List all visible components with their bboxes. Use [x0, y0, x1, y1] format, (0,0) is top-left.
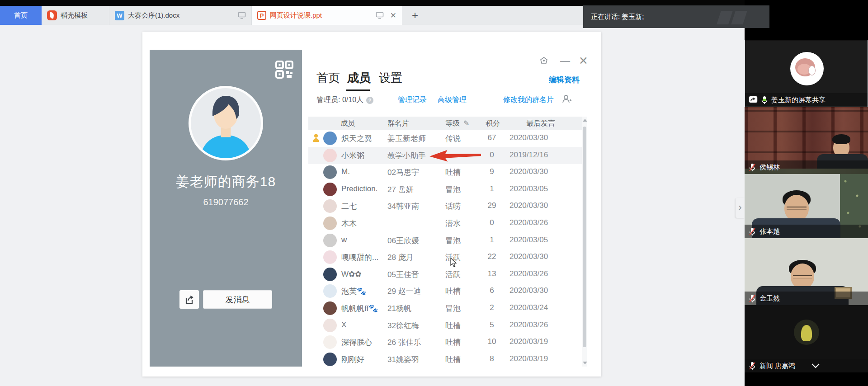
- participant-tile[interactable]: 新闻 唐嘉鸿: [745, 305, 868, 372]
- table-row[interactable]: Prediction. 27 岳妍 冒泡 1 2020/03/05: [308, 181, 582, 198]
- member-points: 5: [482, 320, 501, 330]
- member-avatar: [323, 234, 337, 247]
- member-points: 9: [482, 167, 501, 176]
- table-row[interactable]: w 06王欣媛 冒泡 1 2020/03/05: [308, 232, 582, 249]
- member-last-post: 2020/03/19: [509, 337, 564, 346]
- participant-tile[interactable]: 金玉然: [745, 238, 868, 305]
- table-row[interactable]: 小米粥 教学小助手 0 2019/12/16: [308, 147, 582, 164]
- member-points: 8: [482, 354, 501, 363]
- participant-tile[interactable]: 侯锡林: [745, 107, 868, 174]
- tab-docer-templates[interactable]: 稻壳模板: [42, 6, 109, 25]
- qr-code-icon[interactable]: [275, 60, 294, 79]
- participant-tile-screenshare[interactable]: 姜玉新的屏幕共享: [745, 40, 868, 107]
- close-icon[interactable]: ✕: [579, 54, 588, 67]
- table-row[interactable]: X 32徐红梅 吐槽 5 2020/03/26: [308, 317, 582, 334]
- panel-tab-settings[interactable]: 设置: [379, 70, 402, 86]
- table-row[interactable]: 木木 潜水 0 2020/03/26: [308, 215, 582, 232]
- table-row[interactable]: 泡芙🐾 29 赵一迪 吐槽 6 2020/03/30: [308, 282, 582, 300]
- member-card-name: 32徐红梅: [387, 320, 443, 331]
- edit-level-pencil-icon[interactable]: ✎: [463, 119, 469, 127]
- admin-records-link[interactable]: 管理记录: [398, 95, 427, 105]
- panel-tab-home[interactable]: 首页: [316, 70, 340, 86]
- appearance-icon[interactable]: [539, 56, 548, 66]
- panel-tab-members[interactable]: 成员: [347, 70, 371, 86]
- participant-label: 张本越: [745, 225, 868, 238]
- person-add-icon[interactable]: [562, 94, 572, 104]
- member-level: 吐槽: [445, 320, 477, 331]
- member-name: 炽天之翼: [341, 133, 387, 144]
- chevron-down-icon[interactable]: [811, 363, 820, 368]
- member-level: 话唠: [445, 201, 477, 212]
- admin-label: 管理员: 0/10人: [316, 95, 363, 105]
- member-last-post: 2020/03/19: [509, 354, 564, 363]
- advanced-manage-link[interactable]: 高级管理: [438, 95, 467, 105]
- tab-ppt-active[interactable]: P 网页设计说课.ppt ✕: [252, 6, 402, 25]
- member-last-post: 2020/03/30: [509, 133, 564, 142]
- table-row[interactable]: 帆帆帆ff🐾 21杨帆 冒泡 2 2020/03/24: [308, 300, 582, 317]
- member-name: 二七: [341, 201, 387, 212]
- participant-name: 侯锡林: [760, 163, 780, 172]
- member-level: 吐槽: [445, 337, 477, 348]
- member-points: 1: [482, 184, 501, 193]
- participant-avatar: [790, 52, 824, 85]
- member-avatar: [323, 217, 337, 230]
- member-points: 1: [482, 235, 501, 245]
- scroll-down-icon[interactable]: [583, 362, 587, 364]
- writer-w-icon: W: [115, 11, 124, 20]
- member-panel: — ✕ 首页 成员 设置 编辑资料 管理员: 0/10人 ? 管理记录 高级管理…: [308, 50, 587, 367]
- member-level: 传说: [445, 133, 477, 144]
- send-message-button[interactable]: 发消息: [203, 290, 272, 309]
- member-avatar: [323, 284, 337, 298]
- member-card-name: 02马思宇: [387, 167, 443, 178]
- member-avatar: [323, 335, 337, 349]
- member-name: X: [341, 320, 387, 330]
- edit-profile-link[interactable]: 编辑资料: [549, 75, 580, 85]
- member-level: 冒泡: [445, 184, 477, 195]
- table-row[interactable]: 嘎嘎甜的... 28 庞月 活跃 22 2020/03/30: [308, 249, 582, 266]
- scroll-up-icon[interactable]: [583, 119, 587, 122]
- monitor-icon: [376, 12, 384, 19]
- member-card-name: 28 庞月: [387, 252, 443, 263]
- member-last-post: 2019/12/16: [509, 151, 564, 160]
- member-last-post: 2020/03/30: [509, 201, 564, 210]
- tab-docx-document[interactable]: W 大赛会序(1).docx: [109, 6, 252, 25]
- table-row[interactable]: 深得朕心 26 张佳乐 吐槽 10 2020/03/19: [308, 334, 582, 351]
- scrollbar-thumb[interactable]: [583, 127, 586, 347]
- member-card-name: 26 张佳乐: [387, 337, 443, 348]
- participant-label: 姜玉新的屏幕共享: [745, 93, 868, 107]
- participant-label: 新闻 唐嘉鸿: [745, 359, 868, 372]
- close-tab-icon[interactable]: ✕: [387, 11, 396, 20]
- minimize-icon[interactable]: —: [560, 55, 570, 67]
- person-avatar-icon: [191, 88, 261, 158]
- watermark-logo: [731, 11, 747, 24]
- member-name: 刚刚好: [341, 354, 387, 365]
- share-button[interactable]: [179, 290, 199, 309]
- member-avatar: [323, 199, 337, 213]
- member-last-post: 2020/03/26: [509, 269, 564, 278]
- participant-tile[interactable]: 张本越: [745, 174, 868, 238]
- member-name: 泡芙🐾: [341, 286, 387, 297]
- member-card-name: 06王欣媛: [387, 235, 443, 246]
- table-row[interactable]: 刚刚好 31姚姿羽 吐槽 8 2020/03/19: [308, 351, 582, 367]
- member-last-post: 2020/03/05: [509, 235, 564, 245]
- table-row[interactable]: W✿✿ 05王佳音 活跃 13 2020/03/26: [308, 266, 582, 283]
- member-name: 嘎嘎甜的...: [341, 252, 387, 263]
- new-tab-button[interactable]: +: [405, 6, 425, 25]
- help-icon[interactable]: ?: [366, 97, 373, 104]
- participants-sidebar: 姜玉新的屏幕共享 侯锡林: [745, 0, 868, 386]
- participant-label: 侯锡林: [745, 160, 868, 174]
- tab-home[interactable]: 首页: [0, 6, 42, 25]
- table-row[interactable]: M. 02马思宇 吐槽 9 2020/03/30: [308, 164, 582, 181]
- member-card-name: 31姚姿羽: [387, 354, 443, 365]
- member-card-name: 29 赵一迪: [387, 286, 443, 297]
- sidebar-expand-handle[interactable]: ›: [736, 198, 745, 218]
- member-name: Prediction.: [341, 184, 387, 193]
- edit-my-card-link[interactable]: 修改我的群名片: [503, 95, 554, 105]
- member-points: 10: [482, 337, 501, 346]
- table-row[interactable]: 二七 34韩亚南 话唠 29 2020/03/30: [308, 198, 582, 215]
- member-last-post: 2020/03/24: [509, 303, 564, 312]
- video-face: [793, 275, 812, 278]
- table-row[interactable]: 炽天之翼 姜玉新老师 传说 67 2020/03/30: [308, 130, 582, 147]
- member-avatar: [323, 183, 337, 196]
- member-avatar: [323, 149, 337, 162]
